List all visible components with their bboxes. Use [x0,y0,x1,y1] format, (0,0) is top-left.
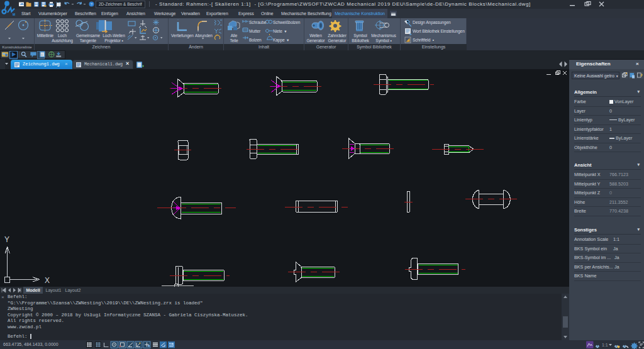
svg-text:M: M [13,13,15,16]
svg-text:X: X [45,276,50,285]
svg-text:Y: Y [4,235,9,244]
svg-text:i: i [42,53,42,57]
svg-text:1:1: 1:1 [602,343,608,347]
